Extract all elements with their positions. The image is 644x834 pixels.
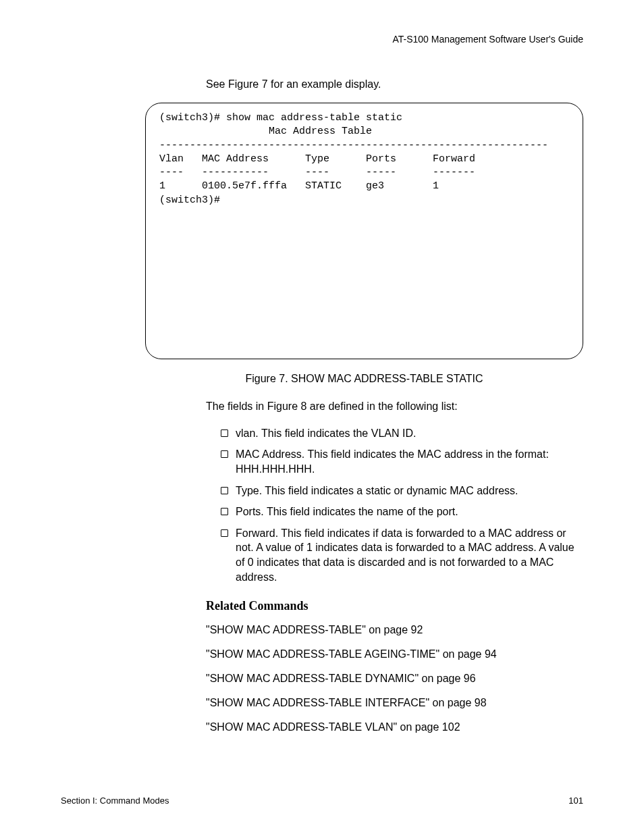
- field-definition-list: vlan. This field indicates the VLAN ID. …: [206, 426, 583, 584]
- list-item: vlan. This field indicates the VLAN ID.: [221, 426, 583, 441]
- footer-section-label: Section I: Command Modes: [61, 796, 169, 806]
- related-link[interactable]: "SHOW MAC ADDRESS-TABLE INTERFACE" on pa…: [206, 697, 583, 709]
- related-link[interactable]: "SHOW MAC ADDRESS-TABLE" on page 92: [206, 624, 583, 636]
- fields-intro: The fields in Figure 8 are defined in th…: [206, 400, 583, 414]
- related-link[interactable]: "SHOW MAC ADDRESS-TABLE DYNAMIC" on page…: [206, 673, 583, 685]
- related-link[interactable]: "SHOW MAC ADDRESS-TABLE VLAN" on page 10…: [206, 721, 583, 733]
- page-number: 101: [568, 796, 583, 806]
- related-link[interactable]: "SHOW MAC ADDRESS-TABLE AGEING-TIME" on …: [206, 648, 583, 660]
- running-header: AT-S100 Management Software User's Guide: [61, 34, 583, 45]
- terminal-output-box: (switch3)# show mac address-table static…: [145, 103, 583, 359]
- related-commands-heading: Related Commands: [206, 599, 583, 613]
- list-item: Ports. This field indicates the name of …: [221, 504, 583, 519]
- list-item: Forward. This field indicates if data is…: [221, 526, 583, 584]
- figure-caption: Figure 7. SHOW MAC ADDRESS-TABLE STATIC: [145, 373, 583, 385]
- intro-paragraph: See Figure 7 for an example display.: [206, 78, 583, 90]
- list-item: MAC Address. This field indicates the MA…: [221, 447, 583, 476]
- list-item: Type. This field indicates a static or d…: [221, 484, 583, 498]
